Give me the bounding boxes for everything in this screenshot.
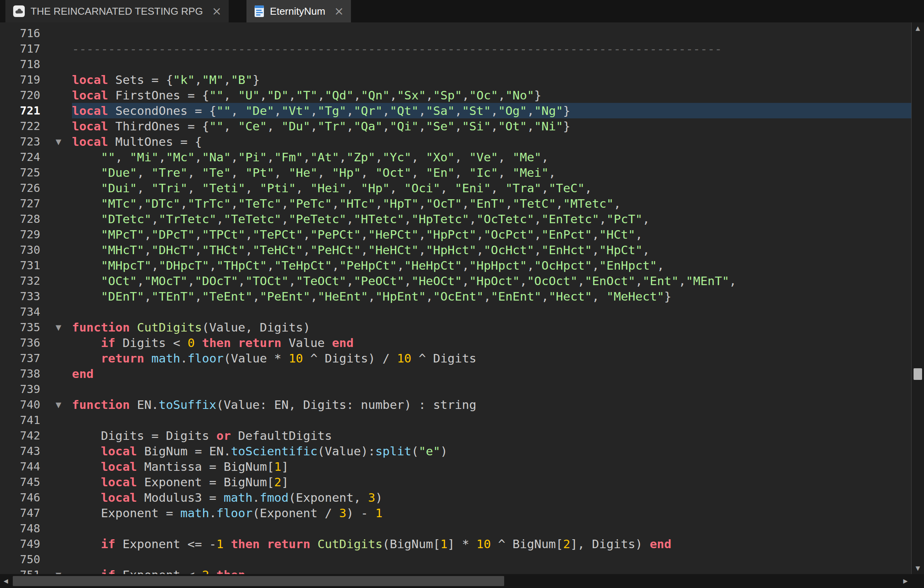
code-text[interactable]: if Exponent < 2 then <box>72 567 911 574</box>
line-number[interactable]: 738 <box>0 366 45 381</box>
line-number[interactable]: 724 <box>0 149 45 165</box>
code-text[interactable]: local Exponent = BigNum[2] <box>72 474 911 490</box>
code-text[interactable]: local Mantissa = BigNum[1] <box>72 459 911 474</box>
code-text[interactable]: function EN.toSuffix(Value: EN, Digits: … <box>72 397 911 412</box>
code-text[interactable]: local BigNum = EN.toScientific(Value):sp… <box>72 443 911 459</box>
line-number[interactable]: 743 <box>0 443 45 459</box>
code-line[interactable]: 735▼function CutDigits(Value, Digits) <box>0 320 911 335</box>
code-line[interactable]: 733 "DEnT","TEnT","TeEnt","PeEnt","HeEnt… <box>0 289 911 304</box>
line-number[interactable]: 730 <box>0 242 45 258</box>
code-line[interactable]: 738end <box>0 366 911 381</box>
line-number[interactable]: 716 <box>0 26 45 41</box>
code-text[interactable]: Digits = Digits or DefaultDigits <box>72 428 911 443</box>
vertical-scrollbar-thumb[interactable] <box>914 368 922 380</box>
code-line[interactable]: 748 <box>0 521 911 536</box>
code-text[interactable]: return math.floor(Value * 10 ^ Digits) /… <box>72 350 911 366</box>
horizontal-scrollbar[interactable]: ◀ ▶ <box>0 574 911 588</box>
code-text[interactable]: "DEnT","TEnT","TeEnt","PeEnt","HeEnt","H… <box>72 289 911 304</box>
code-text[interactable]: "MPcT","DPcT","TPCt","TePCt","PePCt","He… <box>72 227 911 242</box>
code-text[interactable] <box>72 304 911 320</box>
code-area[interactable]: 716717----------------------------------… <box>0 22 911 574</box>
code-text[interactable]: ----------------------------------------… <box>72 41 911 56</box>
line-number[interactable]: 732 <box>0 273 45 289</box>
code-line[interactable]: 745 local Exponent = BigNum[2] <box>0 474 911 490</box>
code-text[interactable]: "Due", "Tre", "Te", "Pt", "He", "Hp", "O… <box>72 165 911 180</box>
line-number[interactable]: 740 <box>0 397 45 412</box>
code-text[interactable]: local SecondOnes = {"", "De","Vt","Tg","… <box>72 103 911 118</box>
vertical-scrollbar[interactable]: ▲ ▼ <box>911 22 924 574</box>
scroll-left-icon[interactable]: ◀ <box>0 574 12 588</box>
line-number[interactable]: 737 <box>0 350 45 366</box>
line-number[interactable]: 751 <box>0 567 45 574</box>
fold-toggle-icon[interactable]: ▼ <box>45 134 72 149</box>
horizontal-scrollbar-thumb[interactable] <box>13 576 504 586</box>
line-number[interactable]: 731 <box>0 258 45 273</box>
code-text[interactable]: "OCt","MOcT","DOcT","TOCt","TeOCt","PeOC… <box>72 273 911 289</box>
line-number[interactable]: 726 <box>0 180 45 196</box>
code-line[interactable]: 744 local Mantissa = BigNum[1] <box>0 459 911 474</box>
code-line[interactable]: 721local SecondOnes = {"", "De","Vt","Tg… <box>0 103 911 118</box>
code-line[interactable]: 720local FirstOnes = {"", "U","D","T","Q… <box>0 87 911 103</box>
line-number[interactable]: 750 <box>0 552 45 567</box>
line-number[interactable]: 746 <box>0 490 45 505</box>
code-text[interactable]: function CutDigits(Value, Digits) <box>72 320 911 335</box>
code-line[interactable]: 742 Digits = Digits or DefaultDigits <box>0 428 911 443</box>
line-number[interactable]: 736 <box>0 335 45 350</box>
code-line[interactable]: 726 "Dui", "Tri", "Teti", "Pti", "Hei", … <box>0 180 911 196</box>
line-number[interactable]: 748 <box>0 521 45 536</box>
code-line[interactable]: 730 "MHcT","DHcT","THCt","TeHCt","PeHCt"… <box>0 242 911 258</box>
code-line[interactable]: 732 "OCt","MOcT","DOcT","TOCt","TeOCt","… <box>0 273 911 289</box>
code-line[interactable]: 737 return math.floor(Value * 10 ^ Digit… <box>0 350 911 366</box>
code-text[interactable] <box>72 56 911 72</box>
fold-toggle-icon[interactable]: ▼ <box>45 320 72 335</box>
code-text[interactable]: local Modulus3 = math.fmod(Exponent, 3) <box>72 490 911 505</box>
code-line[interactable]: 740▼function EN.toSuffix(Value: EN, Digi… <box>0 397 911 412</box>
fold-toggle-icon[interactable]: ▼ <box>45 397 72 412</box>
code-line[interactable]: 736 if Digits < 0 then return Value end <box>0 335 911 350</box>
close-icon[interactable]: × <box>334 5 344 17</box>
code-line[interactable]: 741 <box>0 412 911 428</box>
code-line[interactable]: 743 local BigNum = EN.toScientific(Value… <box>0 443 911 459</box>
fold-toggle-icon[interactable]: ▼ <box>45 567 72 574</box>
tab-place-file[interactable]: THE REINCARNATED TESTING RPG × <box>5 0 229 22</box>
line-number[interactable]: 725 <box>0 165 45 180</box>
code-line[interactable]: 718 <box>0 56 911 72</box>
line-number[interactable]: 717 <box>0 41 45 56</box>
code-text[interactable] <box>72 521 911 536</box>
code-line[interactable]: 727 "MTc","DTc","TrTc","TeTc","PeTc","HT… <box>0 196 911 211</box>
line-number[interactable]: 742 <box>0 428 45 443</box>
line-number[interactable]: 723 <box>0 134 45 149</box>
code-line[interactable]: 722local ThirdOnes = {"", "Ce", "Du","Tr… <box>0 118 911 134</box>
code-text[interactable]: "DTetc","TrTetc","TeTetc","PeTetc","HTet… <box>72 211 911 227</box>
close-icon[interactable]: × <box>212 5 221 17</box>
code-text[interactable] <box>72 412 911 428</box>
code-line[interactable]: 749 if Exponent <= -1 then return CutDig… <box>0 536 911 552</box>
code-line[interactable]: 725 "Due", "Tre", "Te", "Pt", "He", "Hp"… <box>0 165 911 180</box>
code-line[interactable]: 750 <box>0 552 911 567</box>
code-line[interactable]: 747 Exponent = math.floor(Exponent / 3) … <box>0 505 911 521</box>
code-text[interactable]: local Sets = {"k","M","B"} <box>72 72 911 87</box>
code-line[interactable]: 717-------------------------------------… <box>0 41 911 56</box>
line-number[interactable]: 721 <box>0 103 45 118</box>
line-number[interactable]: 729 <box>0 227 45 242</box>
scroll-up-icon[interactable]: ▲ <box>912 22 924 34</box>
code-text[interactable]: "MTc","DTc","TrTc","TeTc","PeTc","HTc","… <box>72 196 911 211</box>
code-text[interactable]: local MultOnes = { <box>72 134 911 149</box>
line-number[interactable]: 719 <box>0 72 45 87</box>
code-line[interactable]: 719local Sets = {"k","M","B"} <box>0 72 911 87</box>
code-line[interactable]: 734 <box>0 304 911 320</box>
code-line[interactable]: 729 "MPcT","DPcT","TPCt","TePCt","PePCt"… <box>0 227 911 242</box>
scroll-right-icon[interactable]: ▶ <box>900 574 911 588</box>
code-text[interactable]: "", "Mi","Mc","Na","Pi","Fm","At","Zp","… <box>72 149 911 165</box>
code-line[interactable]: 731 "MHpcT","DHpcT","THpCt","TeHpCt","Pe… <box>0 258 911 273</box>
line-number[interactable]: 734 <box>0 304 45 320</box>
line-number[interactable]: 733 <box>0 289 45 304</box>
line-number[interactable]: 727 <box>0 196 45 211</box>
code-text[interactable]: "MHpcT","DHpcT","THpCt","TeHpCt","PeHpCt… <box>72 258 911 273</box>
code-text[interactable]: "MHcT","DHcT","THCt","TeHCt","PeHCt","He… <box>72 242 911 258</box>
line-number[interactable]: 739 <box>0 381 45 397</box>
code-line[interactable]: 723▼local MultOnes = { <box>0 134 911 149</box>
line-number[interactable]: 747 <box>0 505 45 521</box>
line-number[interactable]: 744 <box>0 459 45 474</box>
scroll-down-icon[interactable]: ▼ <box>912 562 924 574</box>
